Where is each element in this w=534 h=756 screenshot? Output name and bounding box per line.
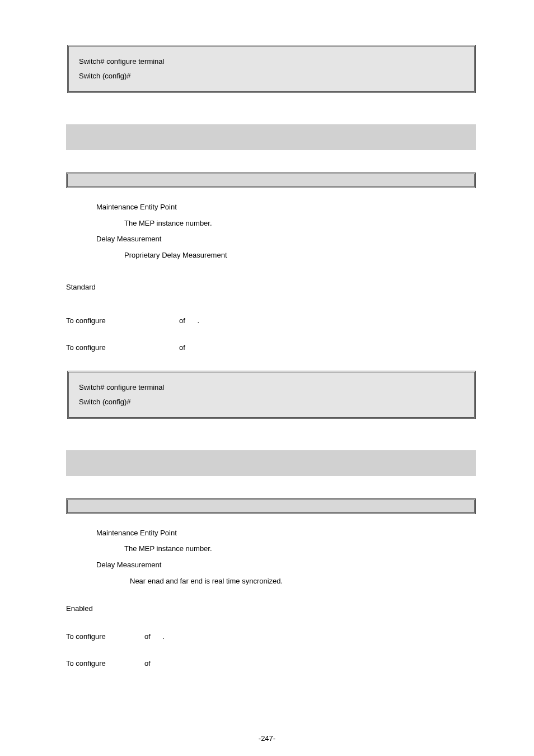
configure-line: To configure of (66, 654, 476, 673)
configure-line: To configure of (66, 338, 476, 357)
section-banner (66, 124, 476, 150)
code-line: Switch# configure terminal (79, 380, 464, 395)
syntax-box (66, 498, 476, 514)
text-fragment: of (179, 338, 185, 357)
text-fragment: of . (179, 311, 199, 330)
param-block-2: Maintenance Entity Point The MEP instanc… (66, 525, 476, 589)
param-label: Delay Measurement (96, 231, 476, 248)
page-number: -247- (0, 734, 534, 743)
text-fragment: To configure (66, 311, 179, 330)
code-line: Switch (config)# (79, 69, 464, 83)
param-label: Delay Measurement (96, 557, 476, 573)
text-fragment: To configure (66, 338, 179, 357)
param-desc: The MEP instance number. (96, 216, 476, 232)
configure-line: To configure of . (66, 311, 476, 330)
page-content: Switch# configure terminal Switch (confi… (0, 0, 534, 673)
param-block-1: Maintenance Entity Point The MEP instanc… (66, 199, 476, 263)
standard-label: Standard (66, 278, 476, 297)
param-label: Maintenance Entity Point (96, 199, 476, 216)
param-desc: Proprietary Delay Measurement (96, 248, 476, 264)
param-desc: The MEP instance number. (96, 541, 476, 557)
text-fragment: To configure (66, 654, 144, 673)
enabled-label: Enabled (66, 599, 476, 618)
section-banner (66, 450, 476, 476)
code-line: Switch (config)# (79, 395, 464, 409)
text-fragment: To configure (66, 627, 144, 646)
text-fragment: of (144, 654, 151, 673)
configure-line: To configure of . (66, 627, 476, 646)
param-desc: Near enad and far end is real time syncr… (96, 573, 476, 590)
syntax-box (66, 172, 476, 188)
code-box-2: Switch# configure terminal Switch (confi… (67, 371, 476, 419)
param-label: Maintenance Entity Point (96, 525, 476, 542)
text-fragment: of . (144, 627, 165, 646)
code-line: Switch# configure terminal (79, 54, 464, 69)
code-box-1: Switch# configure terminal Switch (confi… (67, 45, 476, 93)
